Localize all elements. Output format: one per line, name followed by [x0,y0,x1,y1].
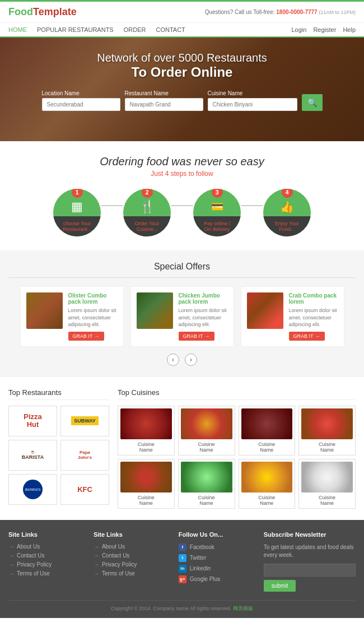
grab-button-3[interactable]: GRAB IT [289,332,325,341]
cuisine-name-1: CuisineName [120,442,172,453]
googleplus-icon: g+ [179,575,186,583]
cuisine-item-8[interactable]: CuisineName [298,459,356,509]
nav-right: Login Register Help [291,26,356,33]
hero-section: Network of over 5000 Restaurants To Orde… [0,38,364,141]
step-2-bottom: Order Your Cuisine... [123,216,171,236]
cuisine-image-2 [181,408,232,439]
googleplus-label: Google Plus [190,576,220,582]
step-4: 4 👍 Enjoy Your Food... [263,189,311,236]
footer-link-about-us-1[interactable]: About Us [8,543,85,550]
offer-text-1: Lorem ipsum dolor sit amet, consectetuer… [68,307,118,328]
step-3-icon: 💳 [211,201,223,213]
grab-button-2[interactable]: GRAB IT [179,332,214,341]
offer-title-1: Olister Combo pack lorem [68,292,118,305]
restaurant-subway[interactable]: SUBWAY [60,406,109,436]
cuisine-item-4[interactable]: CuisineName [298,406,356,456]
footer-link-privacy-1[interactable]: Privacy Policy [8,561,85,568]
nav-order[interactable]: ORDER [124,26,146,33]
offer-card-1: Olister Combo pack lorem Lorem ipsum dol… [20,286,124,347]
grab-button-1[interactable]: GRAB IT [68,332,104,341]
search-button[interactable]: 🔍 [302,94,323,111]
newsletter-input[interactable] [264,564,356,577]
footer-link-terms-2[interactable]: Terms of Use [94,570,170,577]
nav-contact[interactable]: CONTACT [156,26,185,33]
navigation: HOME POPULAR RESTAURANTS ORDER CONTACT L… [0,23,364,38]
footer: Site Links About Us Contact Us Privacy P… [0,520,364,618]
step-4-label: Enjoy Your Food... [273,220,301,233]
offers-section: Special Offers Olister Combo pack lorem … [0,250,364,377]
cuisine-item-3[interactable]: CuisineName [239,406,296,456]
step-3-text1: Pay online / [204,221,230,226]
cuisine-item-2[interactable]: CuisineName [178,406,235,456]
newsletter-submit-button[interactable]: submit [264,580,296,592]
hero-title: To Order Online [97,64,267,80]
facebook-icon: f [179,543,186,551]
offer-text-3: Lorem ipsum dolor sit amet, consectetuer… [289,307,338,328]
footer-link-privacy-2[interactable]: Privacy Policy [94,561,170,568]
nav-home[interactable]: HOME [8,26,27,33]
barista-logo: ☕ BARISTA [22,450,44,460]
footer-bottom: Copyright © 2014. Company name All right… [8,600,356,612]
cuisine-name-5: CuisineName [120,495,172,506]
step-1-circle: 1 ▦ choose Your Restaurant... [53,189,101,236]
step-4-icon: 👍 [280,200,294,213]
restaurant-barista[interactable]: ☕ BARISTA [8,440,57,471]
location-input[interactable] [42,98,120,111]
copyright-link[interactable]: 网页模板 [233,606,253,611]
restaurant-label: Restaurant Name [125,90,203,96]
hero-subtitle: Network of over 5000 Restaurants [97,52,267,64]
footer-link-terms-1[interactable]: Terms of Use [8,570,85,577]
logo-food: Food [8,6,33,17]
offer-content-2: Chicken Jumbo pack lorem Lorem ipsum dol… [179,292,228,341]
restaurant-input[interactable] [125,98,203,111]
pizza-hut-logo: Pizza Hut [24,413,42,429]
top-restaurants: Top Restaurants Pizza Hut SUBWAY ☕ BARIS… [8,388,109,509]
prev-offer-button[interactable]: ‹ [167,354,179,366]
cuisine-item-1[interactable]: CuisineName [118,406,175,456]
header-contact: Questions? Call us Toll-free: 1800-0000-… [205,9,356,15]
social-facebook[interactable]: f Facebook [179,543,255,551]
step-2-circle: 2 🍴 Order Your Cuisine... [123,189,171,236]
cuisine-item-6[interactable]: CuisineName [178,459,235,509]
cuisine-label: Cuisine Name [208,90,297,96]
restaurants-title: Top Restaurants [8,388,109,400]
step-1-text2: Restaurant... [63,226,92,232]
cuisine-item-7[interactable]: CuisineName [239,459,296,509]
contact-hours: (11AM to 11PM) [319,10,356,15]
logo[interactable]: FoodTemplate [8,6,77,18]
twitter-label: Twitter [190,555,206,561]
footer-col4-title: Subscribe Newsletter [264,531,356,538]
nav-help[interactable]: Help [343,26,356,33]
social-googleplus[interactable]: g+ Google Plus [179,575,255,583]
footer-link-about-us-2[interactable]: About Us [94,543,170,550]
step-4-text2: Food... [279,226,295,232]
step-2-label: Order Your Cuisine... [133,220,162,233]
cuisine-name-4: CuisineName [301,442,353,453]
nav-popular-restaurants[interactable]: POPULAR RESTAURANTS [37,26,114,33]
step-3-text2: On delivery [204,226,230,232]
nav-login[interactable]: Login [291,26,306,33]
step-2: 2 🍴 Order Your Cuisine... [123,189,171,236]
cuisine-grid: CuisineName CuisineName CuisineName Cuis… [118,406,356,509]
restaurant-pizza-hut[interactable]: Pizza Hut [8,406,57,436]
footer-link-contact-us-2[interactable]: Contact Us [94,552,170,559]
offer-title-2: Chicken Jumbo pack lorem [179,292,228,305]
linkedin-icon: in [179,565,186,573]
next-offer-button[interactable]: › [185,354,197,366]
top-cuisines: Top Cuisines CuisineName CuisineName Cui… [118,388,356,509]
social-twitter[interactable]: t Twitter [179,554,255,562]
restaurant-papa-johns[interactable]: Papa John's [60,440,109,471]
restaurant-dominos[interactable]: domino's [8,474,57,505]
restaurant-kfc[interactable]: KFC [60,474,109,505]
step-connector-3 [241,205,263,206]
footer-col1-title: Site Links [8,531,85,538]
cuisine-item-5[interactable]: CuisineName [118,459,175,509]
social-linkedin[interactable]: in Linkedin [179,565,255,573]
facebook-label: Facebook [190,544,214,550]
nav-register[interactable]: Register [313,26,336,33]
step-2-text1: Order Your [135,221,160,226]
footer-link-contact-us-1[interactable]: Contact Us [8,552,85,559]
offer-card-3: Crab Combo pack lorem Lorem ipsum dolor … [241,286,344,347]
cuisine-input[interactable] [208,98,297,111]
footer-col-3: Follow Us On... f Facebook t Twitter in … [179,531,255,592]
